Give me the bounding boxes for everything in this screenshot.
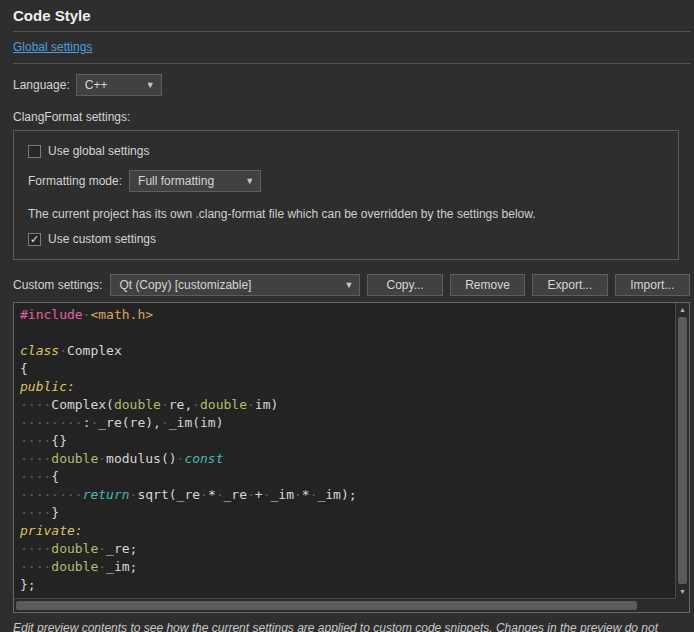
- custom-settings-dropdown[interactable]: Qt (Copy) [customizable] ▼: [110, 274, 360, 296]
- footer-note: Edit preview contents to see how the cur…: [13, 621, 681, 632]
- code-line[interactable]: ········return·sqrt(_re·*·_re·+·_im·*·_i…: [20, 486, 667, 504]
- code-line[interactable]: ········:·_re(re),·_im(im): [20, 414, 667, 432]
- code-line[interactable]: ····Complex(double·re,·double·im): [20, 396, 667, 414]
- scroll-up-icon[interactable]: ▲: [676, 303, 689, 316]
- vertical-scrollbar-handle[interactable]: [678, 317, 687, 584]
- code-line[interactable]: public:: [20, 378, 667, 396]
- language-row: Language: C++ ▼: [13, 74, 691, 96]
- remove-button[interactable]: Remove: [450, 274, 525, 296]
- section-divider: [13, 63, 690, 64]
- code-style-page: Code Style Global settings Language: C++…: [0, 0, 694, 632]
- formatting-mode-row: Formatting mode: Full formatting ▼: [28, 170, 664, 192]
- code-line[interactable]: ····}: [20, 504, 667, 522]
- code-line[interactable]: private:: [20, 522, 667, 540]
- clang-format-file-note: The current project has its own .clang-f…: [28, 207, 664, 221]
- formatting-mode-label: Formatting mode:: [28, 174, 122, 188]
- copy-button[interactable]: Copy...: [367, 274, 442, 296]
- code-content[interactable]: #include·<math.h> class·Complex{public:·…: [14, 303, 689, 594]
- horizontal-scrollbar-handle[interactable]: [16, 601, 637, 610]
- custom-settings-row: Custom settings: Qt (Copy) [customizable…: [13, 274, 690, 296]
- code-line[interactable]: #include·<math.h>: [20, 306, 667, 324]
- use-custom-settings-checkbox[interactable]: ✓ Use custom settings: [28, 232, 664, 246]
- code-line[interactable]: class·Complex: [20, 342, 667, 360]
- title-divider: [13, 31, 690, 32]
- scroll-down-icon[interactable]: ▼: [676, 585, 689, 598]
- code-line[interactable]: };: [20, 576, 667, 594]
- formatting-mode-value: Full formatting: [138, 174, 214, 188]
- formatting-mode-dropdown[interactable]: Full formatting ▼: [129, 170, 261, 192]
- chevron-down-icon: ▼: [344, 280, 353, 290]
- custom-settings-value: Qt (Copy) [customizable]: [119, 278, 251, 292]
- checkbox-checked-icon[interactable]: ✓: [28, 233, 41, 246]
- custom-settings-label: Custom settings:: [13, 278, 102, 292]
- code-line[interactable]: [20, 324, 667, 342]
- clangformat-settings-label: ClangFormat settings:: [13, 110, 691, 124]
- use-custom-settings-label: Use custom settings: [48, 232, 156, 246]
- page-title: Code Style: [13, 7, 691, 24]
- scrollbar-corner: [675, 598, 689, 612]
- language-dropdown[interactable]: C++ ▼: [76, 74, 162, 96]
- code-line[interactable]: ····{}: [20, 432, 667, 450]
- code-preview-editor[interactable]: #include·<math.h> class·Complex{public:·…: [13, 302, 690, 613]
- code-line[interactable]: ····{: [20, 468, 667, 486]
- code-line[interactable]: ····double·_im;: [20, 558, 667, 576]
- chevron-down-icon: ▼: [245, 176, 254, 186]
- checkbox-unchecked-icon[interactable]: [28, 145, 41, 158]
- code-line[interactable]: {: [20, 360, 667, 378]
- export-button[interactable]: Export...: [532, 274, 607, 296]
- import-button[interactable]: Import...: [615, 274, 690, 296]
- language-label: Language:: [13, 78, 70, 92]
- vertical-scrollbar[interactable]: ▲ ▼: [675, 303, 689, 598]
- use-global-settings-label: Use global settings: [48, 144, 149, 158]
- language-value: C++: [85, 78, 108, 92]
- horizontal-scrollbar[interactable]: [14, 598, 675, 612]
- clangformat-groupbox: Use global settings Formatting mode: Ful…: [13, 130, 679, 260]
- code-line[interactable]: ····double·_re;: [20, 540, 667, 558]
- global-settings-link[interactable]: Global settings: [13, 40, 92, 54]
- code-line[interactable]: ····double·modulus()·const: [20, 450, 667, 468]
- chevron-down-icon: ▼: [146, 80, 155, 90]
- use-global-settings-checkbox[interactable]: Use global settings: [28, 144, 664, 158]
